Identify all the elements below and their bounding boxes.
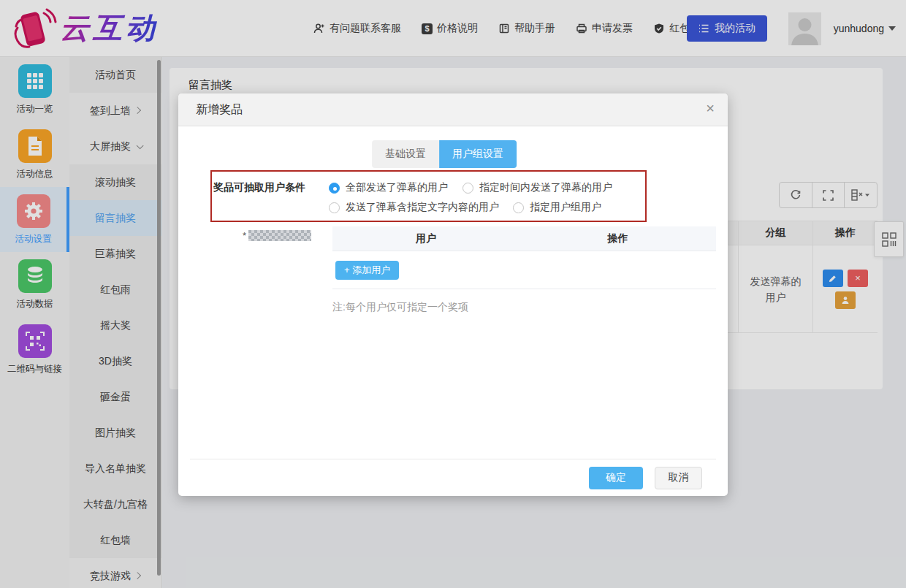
- radio-option-all-danmaku-users[interactable]: 全部发送了弹幕的用户: [329, 180, 448, 195]
- radio-selected-icon: [329, 183, 340, 194]
- modal-tabs: 基础设置 用户组设置: [372, 140, 517, 168]
- add-prize-modal: 新增奖品 × 基础设置 用户组设置 奖品可抽取用户条件 全部发送了弹幕的用户 指…: [178, 93, 728, 496]
- close-icon[interactable]: ×: [706, 101, 715, 115]
- app-root: 云互动 有问题联系客服 $ 价格说明: [0, 0, 906, 588]
- user-table-header: 用户 操作: [332, 226, 716, 251]
- required-asterisk: *: [243, 230, 246, 241]
- add-user-button[interactable]: + 添加用户: [335, 261, 399, 280]
- radio-option-time-range-users[interactable]: 指定时间内发送了弹幕的用户: [462, 180, 612, 195]
- ops-column-header: 操作: [519, 226, 716, 251]
- cancel-button[interactable]: 取消: [655, 467, 702, 489]
- modal-note: 注:每个用户仅可指定一个奖项: [332, 301, 468, 314]
- radio-label: 发送了弹幕含指定文字内容的用户: [346, 201, 499, 214]
- modal-footer: 确定 取消: [190, 459, 716, 496]
- condition-label: 奖品可抽取用户条件: [213, 181, 305, 194]
- user-table-body-row: + 添加用户: [332, 251, 716, 289]
- modal-header: 新增奖品 ×: [178, 93, 728, 126]
- radio-label: 指定用户组用户: [530, 201, 601, 214]
- radio-label: 全部发送了弹幕的用户: [346, 181, 448, 194]
- tab-basic-settings[interactable]: 基础设置: [372, 140, 439, 168]
- redacted-field-label: *: [243, 230, 311, 241]
- user-assignment-table: 用户 操作 + 添加用户: [332, 226, 716, 289]
- radio-label: 指定时间内发送了弹幕的用户: [479, 181, 612, 194]
- radio-unselected-icon: [329, 202, 340, 213]
- radio-option-text-content-users[interactable]: 发送了弹幕含指定文字内容的用户: [329, 200, 499, 215]
- radio-unselected-icon: [462, 183, 473, 194]
- tab-user-group-settings[interactable]: 用户组设置: [439, 140, 517, 168]
- confirm-button[interactable]: 确定: [589, 467, 643, 489]
- mosaic-censored-text: [248, 230, 311, 241]
- user-column-header: 用户: [332, 226, 519, 251]
- radio-option-user-group-users[interactable]: 指定用户组用户: [513, 200, 601, 215]
- modal-title: 新增奖品: [196, 102, 243, 118]
- radio-unselected-icon: [513, 202, 524, 213]
